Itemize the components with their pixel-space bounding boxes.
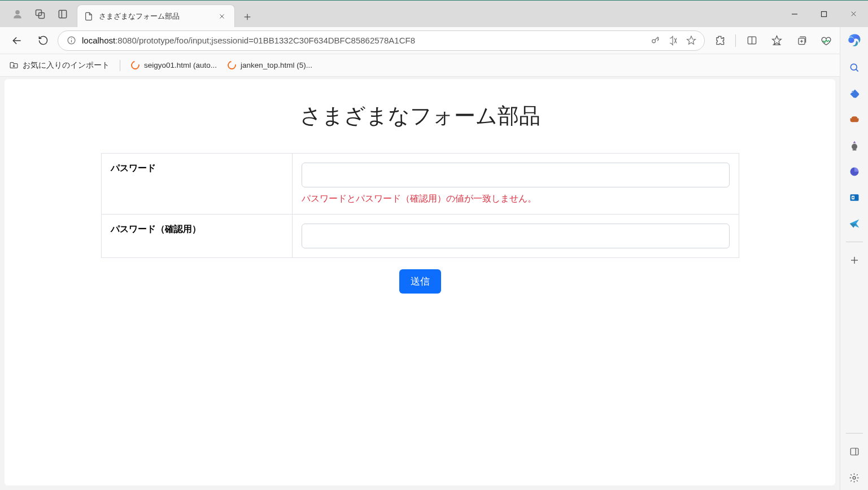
svg-point-16	[71, 38, 71, 39]
divider	[120, 60, 120, 71]
active-tab[interactable]: さまざまなフォーム部品	[77, 5, 235, 27]
svg-point-29	[850, 64, 857, 70]
password-error-text: パスワードとパスワード（確認用）の値が一致しません。	[302, 193, 729, 205]
bookmark-favicon	[227, 60, 237, 70]
svg-rect-10	[822, 11, 827, 16]
favorites-menu-icon[interactable]	[765, 29, 788, 52]
tools-sidebar-icon[interactable]	[841, 107, 868, 132]
svg-marker-18	[687, 36, 696, 44]
browser-titlebar: さまざまなフォーム部品	[0, 0, 868, 27]
import-icon	[9, 60, 19, 70]
url-host: localhost	[82, 36, 115, 45]
url-text: localhost:8080/prototype/foo/input;jsess…	[82, 36, 644, 45]
svg-rect-3	[59, 10, 66, 18]
page-content: さまざまなフォーム部品 パスワード パスワードとパスワード（確認用）の値が一致し…	[101, 79, 739, 316]
password-confirm-input[interactable]	[302, 224, 729, 248]
password-confirm-cell	[293, 215, 739, 258]
submit-button[interactable]: 送信	[399, 269, 441, 294]
form-table: パスワード パスワードとパスワード（確認用）の値が一致しません。 パスワード（確…	[101, 153, 739, 258]
passwords-icon[interactable]	[650, 36, 660, 46]
page-viewport: さまざまなフォーム部品 パスワード パスワードとパスワード（確認用）の値が一致し…	[5, 79, 835, 485]
window-controls	[780, 1, 868, 27]
site-info-icon[interactable]	[66, 36, 76, 46]
url-path: :8080/prototype/foo/input;jsessionid=01B…	[115, 36, 415, 45]
svg-rect-37	[850, 448, 858, 455]
bookmark-item[interactable]: janken_top.html (5)...	[227, 60, 312, 70]
password-label: パスワード	[101, 154, 293, 215]
refresh-button[interactable]	[32, 29, 54, 52]
minimize-button[interactable]	[780, 1, 809, 27]
svg-point-34	[852, 196, 854, 199]
collapse-sidebar-icon[interactable]	[841, 439, 868, 464]
workspaces-icon[interactable]	[30, 5, 50, 24]
password-input[interactable]	[302, 163, 729, 187]
bookmark-favicon	[130, 60, 140, 70]
bookmarks-bar: お気に入りのインポート seigyo01.html (auto... janke…	[0, 54, 868, 77]
extensions-icon[interactable]	[708, 29, 731, 52]
address-bar[interactable]: localhost:8080/prototype/foo/input;jsess…	[58, 30, 705, 51]
search-sidebar-icon[interactable]	[841, 55, 868, 80]
favorite-icon[interactable]	[686, 36, 696, 46]
submit-row: 送信	[101, 269, 739, 294]
table-row: パスワード パスワードとパスワード（確認用）の値が一致しません。	[101, 154, 739, 215]
send-sidebar-icon[interactable]	[841, 211, 868, 236]
divider	[846, 433, 863, 434]
games-sidebar-icon[interactable]	[841, 133, 868, 158]
shopping-sidebar-icon[interactable]	[841, 81, 868, 106]
collections-icon[interactable]	[790, 29, 813, 52]
browser-toolbar: localhost:8080/prototype/foo/input;jsess…	[0, 27, 868, 54]
copilot-icon[interactable]	[845, 30, 864, 50]
add-sidebar-icon[interactable]	[841, 248, 868, 273]
import-favorites-button[interactable]: お気に入りのインポート	[9, 60, 110, 71]
new-tab-button[interactable]	[237, 7, 258, 27]
table-row: パスワード（確認用）	[101, 215, 739, 258]
titlebar-left-controls	[0, 1, 72, 27]
close-tab-button[interactable]	[216, 11, 228, 22]
address-bar-actions	[650, 36, 696, 46]
divider	[846, 242, 863, 242]
read-aloud-icon[interactable]	[668, 36, 678, 46]
svg-point-17	[652, 40, 655, 43]
office-sidebar-icon[interactable]	[841, 159, 868, 184]
close-window-button[interactable]	[839, 1, 868, 27]
divider	[735, 34, 736, 47]
profile-icon[interactable]	[8, 5, 27, 24]
edge-sidebar	[840, 27, 868, 490]
outlook-sidebar-icon[interactable]	[841, 185, 868, 210]
password-cell: パスワードとパスワード（確認用）の値が一致しません。	[293, 154, 739, 215]
page-title: さまざまなフォーム部品	[101, 102, 739, 130]
browser-essentials-icon[interactable]	[815, 29, 838, 52]
maximize-button[interactable]	[809, 1, 839, 27]
back-button[interactable]	[6, 29, 28, 52]
password-confirm-label: パスワード（確認用）	[101, 215, 293, 258]
tab-actions-icon[interactable]	[53, 5, 72, 24]
bookmark-label: janken_top.html (5)...	[241, 61, 312, 69]
tab-title: さまざまなフォーム部品	[99, 11, 211, 21]
bookmark-item[interactable]: seigyo01.html (auto...	[130, 60, 217, 70]
svg-point-39	[853, 476, 856, 479]
svg-point-31	[852, 144, 857, 150]
import-favorites-label: お気に入りのインポート	[23, 60, 110, 71]
bookmark-label: seigyo01.html (auto...	[144, 61, 217, 69]
svg-line-30	[856, 69, 858, 72]
svg-marker-21	[772, 36, 781, 45]
settings-gear-icon[interactable]	[841, 465, 868, 490]
file-icon	[84, 12, 93, 21]
split-screen-icon[interactable]	[740, 29, 763, 52]
svg-point-0	[15, 10, 20, 14]
